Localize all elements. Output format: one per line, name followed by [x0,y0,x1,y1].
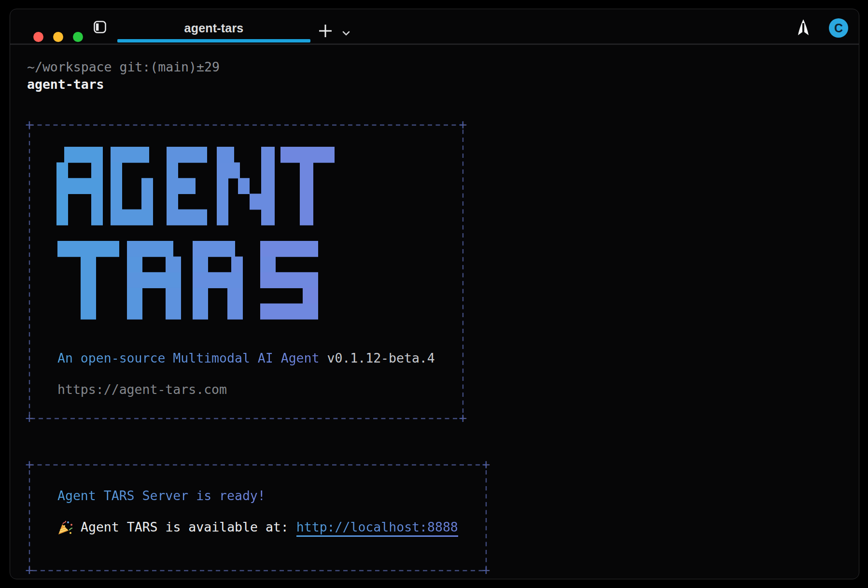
close-button[interactable] [33,32,43,42]
svg-text:+: + [26,117,34,133]
svg-text:+: + [482,457,490,473]
svg-text:+: + [459,117,467,133]
server-ready-line: Agent TARS Server is ready! [57,488,266,504]
svg-text:+: + [26,410,34,426]
server-ready-text: Agent TARS Server is ready! [57,488,266,503]
svg-text:+: + [26,457,34,473]
svg-text:+: + [459,410,467,426]
site-url-text: https://agent-tars.com [57,381,227,397]
avatar-letter: C [834,21,843,35]
sidebar-toggle-icon[interactable] [94,21,106,33]
terminal-window: agent-tars C ~/workspace git:(main)±29 a… [10,9,859,579]
tagline-line: An open-source Multimodal AI Agent v0.1.… [57,350,435,366]
version-text [319,350,327,365]
logo-line [57,241,318,320]
localhost-link[interactable]: http://localhost:8888 [296,519,458,537]
party-popper-icon [57,520,73,535]
account-avatar[interactable]: C [829,18,848,38]
tagline-text: An open-source Multimodal AI Agent [57,350,319,365]
new-tab-button[interactable] [318,23,333,39]
warp-rocket-icon[interactable] [796,19,811,37]
shell-prompt: ~/workspace git:(main)±29 [27,59,220,75]
svg-text:+: + [26,562,34,578]
logo-line [56,147,335,225]
tabbar-divider [10,43,859,45]
chevron-down-icon[interactable] [342,31,350,36]
tab-title: agent-tars [117,21,310,35]
dashed-ascii-box: ++++ [20,455,496,580]
zoom-button[interactable] [73,32,83,42]
version-value: v0.1.12-beta.4 [327,350,434,365]
available-prefix-text: Agent TARS is available at: [81,519,289,535]
entered-command: agent-tars [27,76,104,92]
server-available-line: Agent TARS is available at: http://local… [57,519,458,537]
active-tab-underline [117,39,310,42]
minimize-button[interactable] [53,32,63,42]
svg-text:+: + [482,562,490,578]
